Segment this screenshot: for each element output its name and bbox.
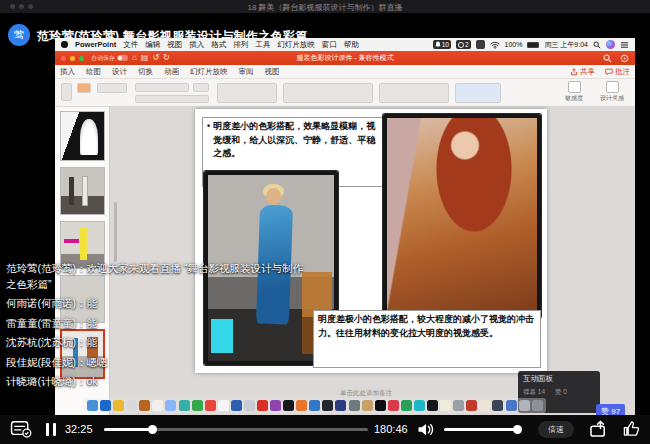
shapes-group[interactable] — [283, 83, 373, 103]
chat-message: 计晓璐(计晓璐)：ok — [6, 374, 306, 390]
share-button[interactable]: 共享 — [570, 67, 595, 77]
dock-icon[interactable] — [466, 400, 477, 411]
dock-icon[interactable] — [440, 400, 451, 411]
dock-icon[interactable] — [532, 400, 543, 411]
volume-knob[interactable] — [513, 425, 522, 434]
dock-icon[interactable] — [453, 400, 464, 411]
dock-icon[interactable] — [479, 400, 490, 411]
menubar-menu-item[interactable]: 排列 — [233, 40, 248, 50]
menubar-menu-item[interactable]: 格式 — [211, 40, 226, 50]
thumbs-up-button[interactable] — [623, 420, 640, 441]
slide-thumbnail-2[interactable] — [60, 167, 105, 215]
dock-icon[interactable] — [519, 400, 530, 411]
volume-icon[interactable] — [417, 422, 436, 441]
arrange-group[interactable] — [379, 83, 449, 103]
menubar-menu-item[interactable]: 幻灯片放映 — [277, 40, 315, 50]
ribbon-tab[interactable]: 幻灯片放映 — [190, 67, 228, 77]
design-ideas-button[interactable]: 设计灵感 — [597, 81, 627, 103]
menubar-menu-item[interactable]: 插入 — [189, 40, 204, 50]
dock-icon[interactable] — [87, 400, 98, 411]
ribbon-tab[interactable]: 设计 — [112, 67, 127, 77]
apple-menu-icon[interactable] — [61, 41, 68, 48]
menubar-menu-item[interactable]: 工具 — [255, 40, 270, 50]
dock-icon[interactable] — [375, 400, 386, 411]
interaction-stat: 弹幕 14 — [523, 388, 545, 397]
dock-icon[interactable] — [257, 400, 268, 411]
dock-icon[interactable] — [218, 400, 229, 411]
notification-badge[interactable]: 10 — [433, 40, 451, 49]
dock-icon[interactable] — [100, 400, 111, 411]
menubar-clock[interactable]: 周三 上午9:04 — [544, 40, 588, 50]
notes-placeholder[interactable]: 单击此处添加备注 — [340, 389, 392, 398]
font-size-select[interactable] — [193, 83, 209, 92]
dock-icon[interactable] — [492, 400, 503, 411]
menubar-menu-item[interactable]: 编辑 — [145, 40, 160, 50]
ribbon-tab[interactable]: 切换 — [138, 67, 153, 77]
pause-button[interactable] — [46, 423, 56, 436]
slide-bottom-textbox[interactable]: 明度差极小的色彩搭配，较大程度的减小了视觉的冲击力。往往用材料的变化拉大明度的视… — [313, 310, 541, 368]
dock-icon[interactable] — [126, 400, 137, 411]
dock-icon[interactable] — [427, 400, 438, 411]
picture-group[interactable] — [455, 83, 501, 103]
dock-icon[interactable] — [296, 400, 307, 411]
dock-icon[interactable] — [335, 400, 346, 411]
model-head — [266, 188, 281, 205]
streamer-avatar[interactable]: 莺 — [8, 24, 30, 46]
dock-icon[interactable] — [231, 400, 242, 411]
dock-icon[interactable] — [152, 400, 163, 411]
font-select[interactable] — [135, 83, 189, 92]
dock-icon[interactable] — [401, 400, 412, 411]
playback-speed-button[interactable]: 倍速 — [538, 421, 574, 438]
dock-icon[interactable] — [205, 400, 216, 411]
progress-bar[interactable] — [104, 428, 368, 431]
dock-icon[interactable] — [165, 400, 176, 411]
format-painter-button[interactable] — [77, 83, 91, 93]
paragraph-group[interactable] — [217, 83, 277, 103]
dock-icon[interactable] — [414, 400, 425, 411]
siri-icon[interactable] — [606, 40, 615, 49]
spotlight-search-icon[interactable] — [593, 41, 601, 49]
font-style-buttons[interactable] — [135, 95, 209, 103]
menubar-menu-item[interactable]: 帮助 — [344, 40, 359, 50]
ppt-search-icon[interactable] — [603, 54, 612, 63]
menubar-menu-item[interactable]: 文件 — [123, 40, 138, 50]
dock-icon[interactable] — [192, 400, 203, 411]
control-center-icon[interactable] — [620, 41, 629, 49]
menubar-menu-item[interactable]: 窗口 — [322, 40, 337, 50]
dock-icon[interactable] — [349, 400, 360, 411]
wifi-icon[interactable] — [490, 41, 500, 49]
document-title: 服装色彩设计课件 - 兼容性模式 — [55, 53, 635, 63]
ribbon-tab[interactable]: 审阅 — [239, 67, 254, 77]
window-manager-icon[interactable] — [476, 40, 485, 49]
ppt-options-icon[interactable] — [620, 54, 629, 63]
slide-thumbnail-1[interactable] — [60, 111, 105, 161]
dock-icon[interactable] — [362, 400, 373, 411]
dock-icon[interactable] — [283, 400, 294, 411]
dock-icon[interactable] — [179, 400, 190, 411]
dock-icon[interactable] — [270, 400, 281, 411]
slide-photo-redhead-model[interactable] — [383, 114, 541, 318]
paste-button[interactable] — [61, 83, 72, 101]
dock-icon[interactable] — [322, 400, 333, 411]
ribbon-tab[interactable]: 插入 — [60, 67, 75, 77]
menubar-menu-item[interactable]: 视图 — [167, 40, 182, 50]
dock-icon[interactable] — [506, 400, 517, 411]
menubar-app-name[interactable]: PowerPoint — [75, 40, 116, 49]
share-video-button[interactable] — [589, 420, 610, 442]
comments-button[interactable]: 批注 — [605, 67, 630, 77]
sensitivity-button[interactable]: 敏感度 — [559, 81, 589, 103]
new-slide-button[interactable] — [97, 83, 127, 93]
ribbon-tab[interactable]: 绘图 — [86, 67, 101, 77]
danmaku-list-button[interactable] — [10, 420, 32, 442]
dock-icon[interactable] — [244, 400, 255, 411]
progress-knob[interactable] — [148, 425, 157, 434]
ribbon-tab[interactable]: 视图 — [265, 67, 280, 77]
thumbnail-scrollbar[interactable] — [114, 202, 117, 262]
ribbon-tab[interactable]: 动画 — [164, 67, 179, 77]
dock-icon[interactable] — [139, 400, 150, 411]
secondary-badge[interactable]: 2 — [456, 40, 471, 49]
volume-bar[interactable] — [444, 428, 518, 431]
dock-icon[interactable] — [113, 400, 124, 411]
dock-icon[interactable] — [388, 400, 399, 411]
dock-icon[interactable] — [309, 400, 320, 411]
